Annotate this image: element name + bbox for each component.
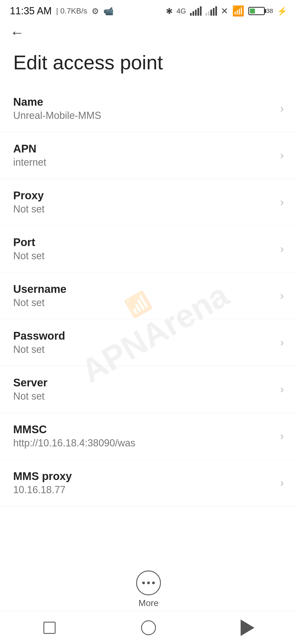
settings-value-mmsc: http://10.16.18.4:38090/was [13,437,275,449]
bluetooth-icon: ✱ [166,6,173,16]
settings-label-apn: APN [13,143,275,155]
nav-recents-button[interactable] [38,617,61,639]
settings-value-server: Not set [13,391,275,402]
settings-item-username[interactable]: UsernameNot set› [0,272,297,319]
settings-value-username: Not set [13,297,275,309]
settings-value-port: Not set [13,250,275,262]
chevron-icon-proxy: › [280,196,284,208]
battery: 38 [248,7,273,15]
chevron-icon-apn: › [280,149,284,162]
page-title: Edit access point [13,51,284,74]
settings-item-password[interactable]: PasswordNot set› [0,319,297,366]
nav-home-button[interactable] [138,617,160,639]
more-dots [142,582,155,584]
video-icon: 📹 [103,6,114,16]
settings-icon: ⚙ [92,6,99,16]
more-circle [136,571,161,595]
settings-item-content-server: ServerNot set [13,376,275,402]
top-nav: ← [0,20,297,42]
settings-value-proxy: Not set [13,203,275,215]
chevron-icon-mms-proxy: › [280,477,284,489]
network-type-icon: 4G [177,7,186,15]
settings-item-content-name: NameUnreal-Mobile-MMS [13,96,275,121]
settings-list: NameUnreal-Mobile-MMS›APNinternet›ProxyN… [0,85,297,550]
chevron-icon-username: › [280,290,284,302]
nav-back-button[interactable] [237,617,258,639]
more-button[interactable]: More [136,571,161,608]
no-signal-icon: ✕ [221,6,228,16]
status-speed: | 0.7KB/s [56,7,87,15]
settings-item-content-mmsc: MMSChttp://10.16.18.4:38090/was [13,423,275,449]
settings-value-mms-proxy: 10.16.18.77 [13,484,275,496]
status-right: ✱ 4G ✕ 📶 38 ⚡ [166,5,287,17]
back-button[interactable]: ← [10,25,24,40]
settings-item-content-port: PortNot set [13,236,275,262]
signal-bars-2 [205,6,217,16]
signal-bars-1 [190,6,202,16]
status-time: 11:35 AM [10,5,52,17]
chevron-icon-password: › [280,336,284,349]
settings-label-username: Username [13,283,275,295]
settings-label-mmsc: MMSC [13,423,275,436]
chevron-icon-port: › [280,243,284,255]
settings-label-name: Name [13,96,275,108]
settings-item-mmsc[interactable]: MMSChttp://10.16.18.4:38090/was› [0,413,297,460]
settings-item-proxy[interactable]: ProxyNot set› [0,179,297,226]
settings-item-content-password: PasswordNot set [13,330,275,355]
bottom-nav [0,611,297,644]
settings-value-name: Unreal-Mobile-MMS [13,110,275,121]
charging-icon: ⚡ [277,6,287,16]
settings-label-proxy: Proxy [13,189,275,202]
more-label: More [139,598,159,608]
settings-item-apn[interactable]: APNinternet› [0,132,297,179]
home-icon [141,620,156,635]
page-title-container: Edit access point [0,42,297,85]
settings-value-apn: internet [13,157,275,168]
settings-item-mms-proxy[interactable]: MMS proxy10.16.18.77› [0,460,297,506]
settings-label-mms-proxy: MMS proxy [13,470,275,482]
settings-label-password: Password [13,330,275,342]
settings-item-port[interactable]: PortNot set› [0,226,297,272]
settings-item-content-apn: APNinternet [13,143,275,168]
settings-label-server: Server [13,376,275,389]
chevron-icon-name: › [280,102,284,115]
status-bar: 11:35 AM | 0.7KB/s ⚙ 📹 ✱ 4G ✕ 📶 [0,0,297,20]
settings-label-port: Port [13,236,275,249]
settings-item-name[interactable]: NameUnreal-Mobile-MMS› [0,85,297,132]
settings-item-content-proxy: ProxyNot set [13,189,275,215]
chevron-icon-server: › [280,383,284,395]
settings-value-password: Not set [13,344,275,355]
settings-item-server[interactable]: ServerNot set› [0,366,297,413]
recents-icon [43,622,56,634]
wifi-icon: 📶 [232,5,244,17]
back-icon [241,620,254,636]
settings-item-content-mms-proxy: MMS proxy10.16.18.77 [13,470,275,496]
status-left: 11:35 AM | 0.7KB/s ⚙ 📹 [10,5,114,17]
settings-item-content-username: UsernameNot set [13,283,275,309]
chevron-icon-mmsc: › [280,430,284,442]
